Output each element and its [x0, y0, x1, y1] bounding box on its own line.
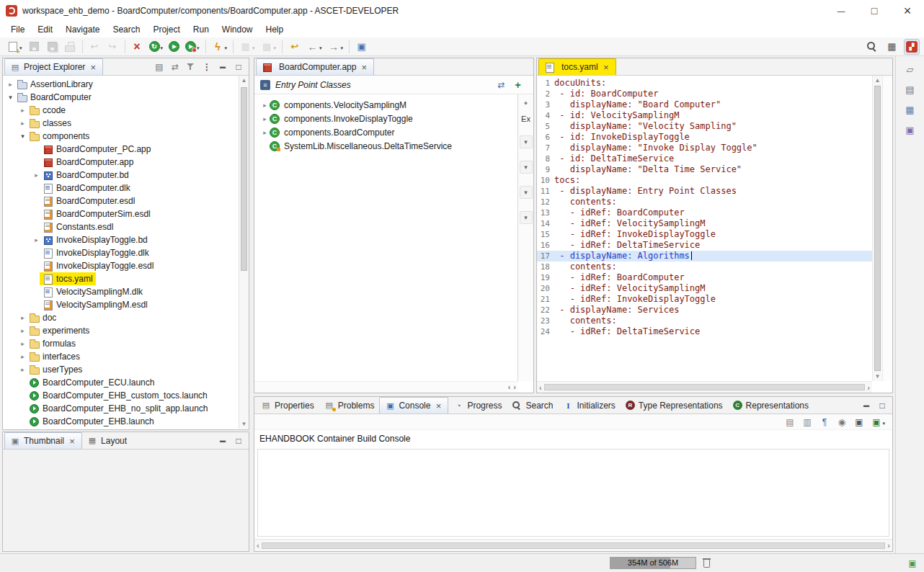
- code-line[interactable]: 24 - idRef: DeltaTimeService: [537, 326, 872, 337]
- last-edit-icon[interactable]: [286, 39, 303, 55]
- editor-hscroll[interactable]: ‹ ›: [537, 381, 872, 393]
- tree-item[interactable]: AssertionLibrary: [3, 78, 239, 91]
- code-line[interactable]: 18 contents:: [537, 262, 872, 272]
- console-output[interactable]: [257, 449, 889, 537]
- palette-section-collapsed-icon[interactable]: [520, 161, 533, 174]
- scroll-right-icon[interactable]: ›: [867, 383, 870, 392]
- tree-item[interactable]: BoardComputerSim.esdl: [3, 207, 239, 220]
- tree-item[interactable]: BoardComputer_EHB_no_split_app.launch: [3, 402, 239, 415]
- heap-status-gauge[interactable]: 354M of 506M: [610, 557, 696, 569]
- tree-item[interactable]: InvokeDisplayToggle.bd: [3, 233, 239, 246]
- terminate-icon[interactable]: [129, 39, 146, 55]
- code-line[interactable]: 15 - idRef: InvokeDisplayToggle: [537, 229, 872, 240]
- scroll-up-icon[interactable]: ▲: [239, 77, 249, 84]
- maximize-icon[interactable]: [858, 0, 891, 22]
- code-line[interactable]: 16 - idRef: DeltaTimeService: [537, 240, 872, 251]
- undo-icon[interactable]: [86, 39, 103, 55]
- select-entry-points-icon[interactable]: [496, 79, 507, 90]
- menu-item[interactable]: Search: [106, 23, 146, 36]
- code-line[interactable]: 13 - idRef: BoardComputer: [537, 207, 872, 218]
- build-icon[interactable]: [147, 39, 166, 55]
- code-line[interactable]: 5 displayName: "Velocity Sampling": [537, 121, 872, 132]
- code-line[interactable]: 20 - idRef: VelocitySamplingM: [537, 283, 872, 294]
- scroll-right-icon[interactable]: ›: [887, 541, 890, 550]
- expand-arrow-icon[interactable]: [18, 133, 27, 140]
- model-browser-icon[interactable]: [901, 101, 920, 118]
- scroll-down-icon[interactable]: ▼: [239, 421, 249, 427]
- tree-item[interactable]: BoardComputer_PC.app: [3, 143, 239, 156]
- expand-arrow-icon[interactable]: [18, 120, 27, 127]
- explorer-scrollbar[interactable]: ▲ ▼: [239, 76, 249, 429]
- pin-console-icon[interactable]: [836, 416, 847, 427]
- search-icon[interactable]: [863, 39, 880, 55]
- entry-point-class-item[interactable]: components.BoardComputer: [254, 125, 517, 139]
- code-line[interactable]: 23 contents:: [537, 316, 872, 326]
- perspectives-icon[interactable]: [884, 39, 900, 55]
- tree-item[interactable]: BoardComputer.esdl: [3, 195, 239, 207]
- ascet-icon[interactable]: [904, 39, 920, 55]
- close-view-icon[interactable]: [68, 436, 76, 447]
- expand-arrow-icon[interactable]: [18, 340, 27, 347]
- scrollbar-thumb[interactable]: [874, 86, 881, 371]
- bottom-view-tab[interactable]: Representations: [728, 397, 814, 414]
- editor-tab-tocs-yaml[interactable]: tocs.yaml: [538, 58, 616, 75]
- maximize-view-icon[interactable]: [234, 62, 244, 72]
- bottom-view-tab[interactable]: Problems: [319, 397, 380, 414]
- scrollbar-thumb[interactable]: [262, 542, 886, 549]
- bottom-view-tab[interactable]: Properties: [256, 397, 319, 414]
- minimize-view-icon[interactable]: [218, 62, 228, 72]
- editor-hscroll[interactable]: ‹ ›: [254, 381, 517, 393]
- expand-arrow-icon[interactable]: [18, 314, 27, 321]
- tree-item[interactable]: BoardComputer_EHB_custom_tocs.launch: [3, 389, 239, 402]
- code-line[interactable]: 4 - id: VelocitySamplingM: [537, 110, 872, 121]
- code-line[interactable]: 2 - id: BoardComputer: [537, 89, 872, 99]
- tab-project-explorer[interactable]: Project Explorer: [4, 58, 103, 75]
- code-line[interactable]: 14 - idRef: VelocitySamplingM: [537, 218, 872, 229]
- toolbar-separator[interactable]: [233, 40, 234, 53]
- expand-arrow-icon[interactable]: [6, 81, 15, 88]
- scroll-left-icon[interactable]: ‹: [257, 541, 259, 550]
- code-line[interactable]: 11 - displayName: Entry Point Classes: [537, 186, 872, 197]
- scroll-up-icon[interactable]: ▲: [873, 77, 882, 84]
- dropdown-arrow-icon[interactable]: [319, 42, 322, 52]
- tree-item[interactable]: userTypes: [3, 363, 239, 376]
- dropdown-arrow-icon[interactable]: [882, 417, 885, 427]
- expand-arrow-icon[interactable]: [260, 115, 270, 122]
- save-all-icon[interactable]: [44, 39, 61, 55]
- display-selected-console-icon[interactable]: [853, 416, 864, 427]
- redo-icon[interactable]: [105, 39, 121, 55]
- menu-item[interactable]: File: [4, 23, 31, 36]
- tree-item[interactable]: InvokeDisplayToggle.esdl: [3, 259, 239, 272]
- tree-item[interactable]: Constants.esdl: [3, 220, 239, 233]
- toolbar-separator[interactable]: [205, 40, 206, 53]
- maximize-view-icon[interactable]: [234, 436, 244, 446]
- documentation-view-icon[interactable]: [901, 121, 920, 138]
- dropdown-arrow-icon[interactable]: [225, 42, 228, 52]
- dropdown-arrow-icon[interactable]: [341, 42, 344, 52]
- editor-vscroll[interactable]: ▲ ▼: [872, 76, 882, 381]
- restore-pane-icon[interactable]: [901, 61, 920, 78]
- save-icon[interactable]: [26, 39, 43, 55]
- close-tab-icon[interactable]: [360, 62, 368, 73]
- entry-point-class-item[interactable]: SystemLib.Miscellaneous.DeltaTimeService: [254, 139, 517, 153]
- menu-item[interactable]: Project: [146, 23, 186, 36]
- tree-item[interactable]: doc: [3, 311, 239, 324]
- expand-arrow-icon[interactable]: [260, 129, 270, 136]
- palette-section-collapsed-icon[interactable]: [520, 186, 533, 199]
- scrollbar-thumb[interactable]: [544, 384, 866, 390]
- scroll-right-icon[interactable]: ›: [513, 383, 516, 391]
- back-icon[interactable]: [304, 39, 324, 55]
- tree-item[interactable]: VelocitySamplingM.esdl: [3, 298, 239, 311]
- view-tab[interactable]: Thumbnail: [4, 432, 82, 449]
- scroll-down-icon[interactable]: ▼: [873, 373, 882, 380]
- print-icon[interactable]: [62, 39, 79, 55]
- code-line[interactable]: 8 - id: DeltaTimeService: [537, 153, 872, 164]
- scrollbar-thumb[interactable]: [241, 87, 247, 271]
- minimize-view-icon[interactable]: [218, 436, 228, 446]
- experiment-icon[interactable]: [183, 39, 202, 55]
- toolbar-separator[interactable]: [282, 40, 283, 53]
- word-wrap-icon[interactable]: [819, 416, 830, 427]
- tree-item[interactable]: interfaces: [3, 350, 239, 363]
- tree-item[interactable]: formulas: [3, 337, 239, 350]
- bottom-view-tab[interactable]: Search: [507, 397, 558, 414]
